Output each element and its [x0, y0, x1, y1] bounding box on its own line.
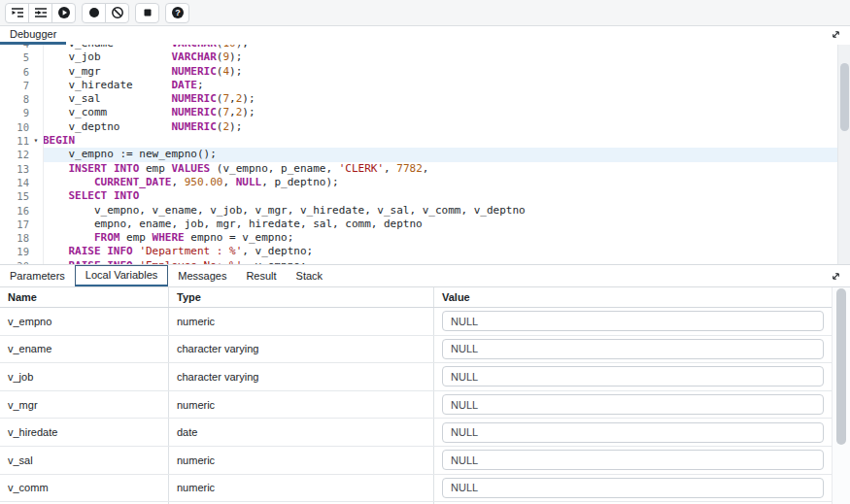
line-number[interactable]: 14 [0, 176, 29, 189]
code-line-12: 12 v_empno := new_empno(); [0, 148, 850, 161]
fold-gutter [29, 148, 43, 161]
tab-parameters[interactable]: Parameters [0, 265, 75, 286]
code-line-18: 18 FROM emp WHERE empno = v_empno; [0, 231, 850, 245]
column-header-value[interactable]: Value [434, 287, 832, 307]
variable-type-cell: character varying [169, 336, 434, 363]
editor-expand-button[interactable] [828, 28, 843, 43]
value-input[interactable] [442, 450, 824, 470]
stop-square-icon [141, 6, 154, 19]
variable-value-cell [434, 475, 832, 502]
value-input[interactable] [442, 311, 824, 331]
value-input[interactable] [442, 366, 824, 386]
line-number[interactable]: 6 [0, 65, 29, 79]
variable-type-cell: character varying [169, 363, 434, 390]
line-number[interactable]: 5 [0, 50, 29, 64]
table-row: v_mgrnumeric [0, 391, 832, 420]
variable-name-cell: v_comm [0, 475, 169, 502]
local-variables-table: NameTypeValue v_empnonumericv_enamechara… [0, 287, 850, 504]
toggle-breakpoint-button[interactable] [82, 3, 106, 23]
fold-gutter [29, 120, 43, 134]
tab-stack[interactable]: Stack [287, 265, 333, 286]
step-over-button[interactable] [28, 3, 52, 23]
line-number[interactable]: 16 [0, 204, 29, 218]
breakpoint-dot-icon [87, 6, 101, 19]
fold-gutter [29, 79, 43, 92]
code-line-17: 17 empno, ename, job, mgr, hiredate, sal… [0, 218, 850, 231]
column-header-name[interactable]: Name [0, 287, 169, 307]
code-line-text: INSERT INTO emp VALUES (v_empno, p_ename… [43, 162, 850, 176]
variable-type-cell: numeric [169, 475, 434, 502]
variable-type-cell: numeric [169, 308, 434, 335]
code-line-11: 11▾BEGIN [0, 134, 850, 148]
no-entry-icon [111, 6, 124, 19]
variable-name-cell: v_empno [0, 308, 169, 335]
code-line-text: v_hiredate DATE; [43, 79, 850, 92]
column-header-type[interactable]: Type [169, 287, 434, 307]
value-input[interactable] [442, 422, 824, 443]
code-line-text: empno, ename, job, mgr, hiredate, sal, c… [43, 218, 850, 231]
panel-expand-button[interactable] [828, 270, 843, 285]
code-line-text: FROM emp WHERE empno = v_empno; [43, 231, 850, 245]
code-line-text: v_job VARCHAR(9); [43, 50, 850, 64]
variable-value-cell [434, 308, 832, 335]
document-tab-bar: Debugger [0, 26, 850, 45]
value-input[interactable] [442, 478, 824, 498]
table-row: v_salnumeric [0, 447, 832, 475]
line-number[interactable]: 12 [0, 148, 29, 161]
variable-name-cell: v_sal [0, 447, 169, 474]
tab-debugger[interactable]: Debugger [0, 26, 66, 45]
value-input[interactable] [442, 339, 824, 359]
code-line-15: 15 SELECT INTO [0, 189, 850, 203]
stop-button[interactable] [135, 3, 159, 23]
tab-messages[interactable]: Messages [168, 265, 236, 286]
code-line-8: 8 v_sal NUMERIC(7,2); [0, 92, 850, 106]
variable-name-cell: v_hiredate [0, 419, 169, 446]
fold-gutter [29, 245, 43, 258]
tab-result[interactable]: Result [236, 265, 286, 286]
clear-breakpoints-button[interactable] [105, 3, 129, 23]
value-input[interactable] [442, 394, 824, 415]
table-row: v_enamecharacter varying [0, 336, 832, 364]
svg-text:?: ? [175, 8, 181, 17]
line-number[interactable]: 11 [0, 134, 29, 148]
line-number[interactable]: 13 [0, 162, 29, 176]
code-line-text: v_empno, v_ename, v_job, v_mgr, v_hireda… [43, 204, 850, 218]
editor-scrollbar-thumb[interactable] [840, 63, 849, 131]
table-row: v_commnumeric [0, 475, 832, 503]
tab-local-variables[interactable]: Local Variables [75, 265, 168, 286]
continue-button[interactable] [51, 3, 76, 23]
table-row: v_jobcharacter varying [0, 363, 832, 391]
editor-scrollbar[interactable] [837, 45, 850, 264]
line-number[interactable]: 17 [0, 218, 29, 231]
table-scrollbar-thumb[interactable] [836, 288, 846, 445]
table-scrollbar[interactable] [832, 287, 850, 504]
fold-arrow-icon[interactable]: ▾ [29, 134, 43, 148]
code-line-7: 7 v_hiredate DATE; [0, 79, 850, 92]
line-number[interactable]: 10 [0, 120, 29, 134]
line-number[interactable]: 15 [0, 189, 29, 203]
fold-gutter [29, 189, 43, 203]
help-button[interactable]: ? [165, 3, 189, 23]
variable-value-cell [434, 391, 832, 419]
fold-gutter [29, 92, 43, 106]
line-number[interactable]: 18 [0, 231, 29, 245]
line-number[interactable]: 7 [0, 79, 29, 92]
code-editor[interactable]: 4 v_ename VARCHAR(10);5 v_job VARCHAR(9)… [0, 45, 850, 264]
step-into-button[interactable] [5, 3, 29, 23]
code-line-19: 19 RAISE INFO 'Department : %', v_deptno… [0, 245, 850, 258]
line-number[interactable]: 19 [0, 245, 29, 258]
code-line-10: 10 v_deptno NUMERIC(2); [0, 120, 850, 134]
variable-value-cell [434, 363, 832, 390]
step-into-icon [11, 6, 24, 19]
line-number[interactable]: 9 [0, 106, 29, 119]
fold-gutter [29, 50, 43, 64]
variable-value-cell [434, 447, 832, 474]
code-line-13: 13 INSERT INTO emp VALUES (v_empno, p_en… [0, 162, 850, 176]
code-line-text: v_empno := new_empno(); [43, 148, 850, 161]
code-line-text: v_mgr NUMERIC(4); [43, 65, 850, 79]
toolbar-button-group: ? [165, 3, 189, 23]
line-number[interactable]: 8 [0, 92, 29, 106]
expand-diagonal-icon [830, 270, 842, 286]
code-line-5: 5 v_job VARCHAR(9); [0, 50, 850, 64]
code-line-text: v_deptno NUMERIC(2); [43, 120, 850, 134]
